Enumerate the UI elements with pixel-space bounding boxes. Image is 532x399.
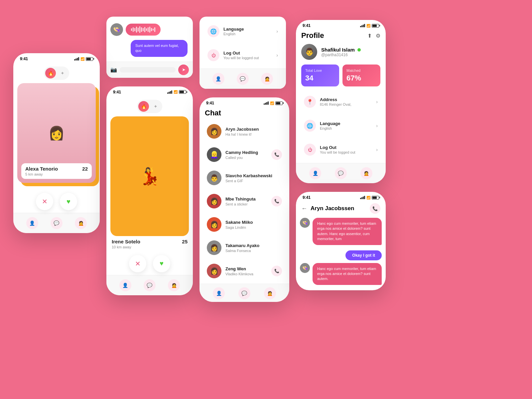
toggle-area-1[interactable]: 🔥 ✦ xyxy=(13,63,100,83)
chat-item-mbe[interactable]: 👩 Mbe Tshinguta Sent a sticker 📞 xyxy=(203,191,285,212)
message-bubble-2: Hanc ego cum memoriter, tum etiam erga n… xyxy=(313,263,382,285)
wifi-icon-1: 📶 xyxy=(80,57,84,61)
sender-avatar-1: 👒 xyxy=(300,218,310,228)
voice-bubble xyxy=(126,24,161,36)
nav-icon-chat-1[interactable]: 👤 xyxy=(213,287,225,299)
signal-icon-profile xyxy=(360,24,365,27)
nav-icon-profile-1[interactable]: 👤 xyxy=(309,167,321,179)
chat-list-container: 👩 Aryn Jacobssen Ha ha! I knew it! 👱‍♀️ … xyxy=(200,121,289,282)
nav-user-icon[interactable]: 🙍 xyxy=(75,217,87,229)
status-bar-chat: 9:41 📶 xyxy=(200,97,289,107)
chat-info-takamaru: Takamaru Ayako Salma Fonseca xyxy=(225,243,282,253)
camera-icon[interactable]: 📷 xyxy=(110,66,117,73)
call-button-detail[interactable]: 📞 xyxy=(370,203,380,214)
logout-menu-item-top[interactable]: ⏻ Log Out You will be logged out › xyxy=(203,45,282,66)
chat-item-aryn[interactable]: 👩 Aryn Jacobssen Ha ha! I knew it! xyxy=(203,121,285,142)
nav-profile-icon-2[interactable]: 👤 xyxy=(119,279,131,291)
logout-sub-top: You will be logged out xyxy=(223,56,259,60)
chat-detail-header: ← Aryn Jacobssen 📞 xyxy=(296,202,386,218)
arrow-icon-lang: › xyxy=(276,29,278,34)
profile-avatar: 👨 xyxy=(301,44,317,60)
total-love-stat: Total Love 34 xyxy=(301,65,339,86)
logout-icon-profile: ⏻ xyxy=(304,144,316,156)
phone-chat-list: 9:41 📶 Chat 👩 Aryn Jacobssen Ha ha! I kn… xyxy=(200,97,289,302)
like-button-2[interactable]: ♥ xyxy=(153,255,170,272)
card-orange: 💃 xyxy=(110,116,189,236)
matched-value: 67% xyxy=(346,74,376,82)
language-menu-item[interactable]: 🌐 Language English › xyxy=(203,21,282,42)
action-buttons-1: ✕ ♥ xyxy=(13,190,100,213)
nav-icon-chat-2[interactable]: 💬 xyxy=(238,287,250,299)
battery-icon-1 xyxy=(86,57,93,61)
address-menu-item[interactable]: 📍 Address 8146 Reinger Oval, › xyxy=(300,91,382,112)
matched-label: Matched xyxy=(346,68,376,72)
voice-waveform xyxy=(131,26,155,33)
fire-toggle[interactable]: 🔥 xyxy=(45,68,56,78)
chat-msg-cammy: Called you xyxy=(225,156,267,160)
partial-chat-phone: 👒 xyxy=(106,17,193,78)
nav-icon-profile-2[interactable]: 💬 xyxy=(335,167,347,179)
time-detail: 9:41 xyxy=(303,195,311,200)
call-icon-cammy[interactable]: 📞 xyxy=(271,149,282,160)
dislike-button-2[interactable]: ✕ xyxy=(129,255,146,272)
stats-row: Total Love 34 Matched 67% xyxy=(296,65,386,91)
message-2: 👒 Hanc ego cum memoriter, tum etiam erga… xyxy=(300,263,382,288)
share-icon[interactable]: ⬆ xyxy=(367,33,372,39)
nav-user-icon-s[interactable]: 🙍 xyxy=(261,73,273,85)
arrow-address: › xyxy=(376,99,378,104)
phone-chat-detail: 9:41 📶 ← Aryn Jacobssen 📞 👒 xyxy=(296,192,386,290)
signal-icon-2 xyxy=(167,90,172,94)
toggle-area-2[interactable]: 🔥 ✦ xyxy=(106,96,193,116)
chat-name-aryn: Aryn Jacobssen xyxy=(225,127,282,132)
nav-chat-icon-2[interactable]: 💬 xyxy=(144,279,156,291)
message-input[interactable] xyxy=(120,67,176,72)
chat-item-zeng[interactable]: 👩 Zeng Wen Vladiko Klimkova 📞 xyxy=(203,260,285,282)
settings-icon[interactable]: ⚙ xyxy=(376,33,380,39)
chat-item-takamaru[interactable]: 👩 Takamaru Ayako Salma Fonseca xyxy=(203,237,285,258)
chat-item-slavcho[interactable]: 👨 Slavcho Karbashewski Sent a GIF xyxy=(203,167,285,189)
back-button[interactable]: ← xyxy=(301,205,307,212)
star-toggle-2[interactable]: ✦ xyxy=(150,101,161,112)
battery-icon-profile xyxy=(372,24,379,28)
language-icon: 🌐 xyxy=(207,25,219,37)
address-value: 8146 Reinger Oval, xyxy=(320,102,351,106)
nav-chat-icon[interactable]: 💬 xyxy=(51,217,63,229)
chat-item-sakane[interactable]: 👩 Sakane Miiko Saga Lindén xyxy=(203,214,285,235)
card-info-1: Alexa Tenorio 22 5 km away xyxy=(21,163,92,179)
profile-username: Shafikul Islam xyxy=(321,47,361,53)
logout-menu-item-profile[interactable]: ⏻ Log Out You will be logged out › xyxy=(300,139,382,160)
call-icon-mbe[interactable]: 📞 xyxy=(271,196,282,206)
toggle-pill-1[interactable]: 🔥 ✦ xyxy=(44,66,69,80)
okay-button[interactable]: Okay I got it xyxy=(345,250,382,260)
nav-chat-icon-s[interactable]: 💬 xyxy=(237,73,249,85)
nav-icon-chat-3[interactable]: 🙍 xyxy=(264,287,276,299)
nav-icon-profile-3[interactable]: 🙍 xyxy=(360,167,372,179)
avatar-mbe: 👩 xyxy=(207,194,221,208)
wifi-icon-detail: 📶 xyxy=(366,196,370,200)
time-2: 9:41 xyxy=(113,90,121,94)
call-icon-zeng[interactable]: 📞 xyxy=(271,266,282,276)
time-profile: 9:41 xyxy=(303,23,311,28)
star-toggle[interactable]: ✦ xyxy=(57,68,68,78)
chat-info-zeng: Zeng Wen Vladiko Klimkova xyxy=(225,266,267,276)
action-buttons-2: ✕ ♥ xyxy=(106,252,193,275)
language-label-profile: Language xyxy=(320,121,340,126)
fire-toggle-2[interactable]: 🔥 xyxy=(138,101,149,112)
card-info-2: Irene Sotelo 25 10 km away xyxy=(106,236,193,252)
battery-icon-chat xyxy=(275,101,283,105)
avatar-cammy: 👱‍♀️ xyxy=(207,147,221,162)
nav-user-icon-2[interactable]: 🙍 xyxy=(168,279,180,291)
nav-profile-icon-s[interactable]: 👤 xyxy=(212,73,224,85)
chat-item-cammy[interactable]: 👱‍♀️ Cammy Hedling Called you 📞 xyxy=(203,144,285,165)
chat-info-aryn: Aryn Jacobssen Ha ha! I knew it! xyxy=(225,127,282,136)
send-button[interactable]: ➤ xyxy=(178,65,189,75)
time-1: 9:41 xyxy=(20,57,28,61)
matched-stat: Matched 67% xyxy=(342,65,380,86)
dislike-button-1[interactable]: ✕ xyxy=(36,193,53,210)
language-menu-item-profile[interactable]: 🌐 Language English › xyxy=(300,115,382,136)
arrow-icon-logout: › xyxy=(276,53,278,58)
like-button-1[interactable]: ♥ xyxy=(60,193,77,210)
toggle-pill-2[interactable]: 🔥 ✦ xyxy=(137,100,162,113)
nav-profile-icon[interactable]: 👤 xyxy=(26,217,38,229)
language-value: English xyxy=(223,32,244,36)
